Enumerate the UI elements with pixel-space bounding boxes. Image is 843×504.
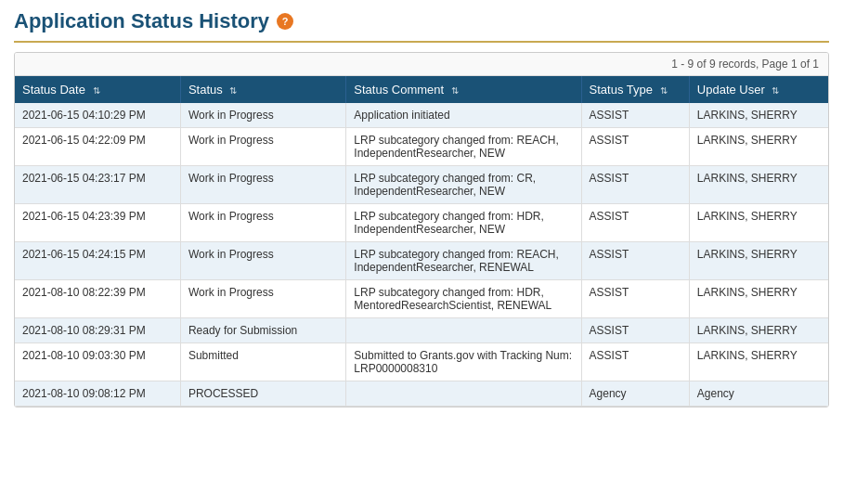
cell-comment: Submitted to Grants.gov with Tracking Nu… bbox=[346, 343, 581, 381]
status-history-table: Status Date ⇅ Status ⇅ Status Comment ⇅ … bbox=[15, 76, 828, 407]
cell-date: 2021-06-15 04:22:09 PM bbox=[15, 128, 180, 166]
cell-type: ASSIST bbox=[581, 128, 689, 166]
table-row: 2021-08-10 08:22:39 PMWork in ProgressLR… bbox=[15, 280, 828, 318]
table-container: 1 - 9 of 9 records, Page 1 of 1 Status D… bbox=[14, 52, 829, 407]
table-body: 2021-06-15 04:10:29 PMWork in ProgressAp… bbox=[15, 103, 828, 407]
cell-status: Work in Progress bbox=[180, 280, 345, 318]
cell-status: Work in Progress bbox=[180, 128, 345, 166]
col-header-type[interactable]: Status Type ⇅ bbox=[581, 76, 689, 103]
col-header-status[interactable]: Status ⇅ bbox=[180, 76, 345, 103]
cell-status: PROCESSED bbox=[180, 381, 345, 407]
table-row: 2021-08-10 09:03:30 PMSubmittedSubmitted… bbox=[15, 343, 828, 381]
table-row: 2021-06-15 04:22:09 PMWork in ProgressLR… bbox=[15, 128, 828, 166]
cell-date: 2021-08-10 08:29:31 PM bbox=[15, 318, 180, 343]
cell-date: 2021-06-15 04:23:39 PM bbox=[15, 204, 180, 242]
cell-user: LARKINS, SHERRY bbox=[689, 318, 828, 343]
cell-date: 2021-06-15 04:10:29 PM bbox=[15, 103, 180, 128]
table-row: 2021-06-15 04:23:17 PMWork in ProgressLR… bbox=[15, 166, 828, 204]
cell-user: LARKINS, SHERRY bbox=[689, 204, 828, 242]
cell-comment: LRP subcategory changed from: CR, Indepe… bbox=[346, 166, 581, 204]
cell-type: ASSIST bbox=[581, 103, 689, 128]
table-header-row: Status Date ⇅ Status ⇅ Status Comment ⇅ … bbox=[15, 76, 828, 103]
cell-status: Submitted bbox=[180, 343, 345, 381]
col-header-comment[interactable]: Status Comment ⇅ bbox=[346, 76, 581, 103]
cell-type: ASSIST bbox=[581, 242, 689, 280]
cell-user: LARKINS, SHERRY bbox=[689, 343, 828, 381]
cell-comment: LRP subcategory changed from: REACH, Ind… bbox=[346, 242, 581, 280]
cell-date: 2021-08-10 09:03:30 PM bbox=[15, 343, 180, 381]
cell-status: Work in Progress bbox=[180, 204, 345, 242]
page-header: Application Status History ? bbox=[14, 9, 829, 43]
table-row: 2021-06-15 04:24:15 PMWork in ProgressLR… bbox=[15, 242, 828, 280]
help-icon[interactable]: ? bbox=[277, 13, 293, 30]
cell-user: LARKINS, SHERRY bbox=[689, 280, 828, 318]
table-row: 2021-06-15 04:23:39 PMWork in ProgressLR… bbox=[15, 204, 828, 242]
cell-type: ASSIST bbox=[581, 166, 689, 204]
table-row: 2021-06-15 04:10:29 PMWork in ProgressAp… bbox=[15, 103, 828, 128]
cell-type: ASSIST bbox=[581, 343, 689, 381]
cell-comment: LRP subcategory changed from: REACH, Ind… bbox=[346, 128, 581, 166]
sort-icon-comment: ⇅ bbox=[451, 85, 459, 96]
cell-user: LARKINS, SHERRY bbox=[689, 103, 828, 128]
cell-comment: LRP subcategory changed from: HDR, Indep… bbox=[346, 204, 581, 242]
cell-date: 2021-08-10 08:22:39 PM bbox=[15, 280, 180, 318]
cell-user: Agency bbox=[689, 381, 828, 407]
cell-date: 2021-06-15 04:23:17 PM bbox=[15, 166, 180, 204]
cell-comment bbox=[346, 381, 581, 407]
col-header-user[interactable]: Update User ⇅ bbox=[689, 76, 828, 103]
cell-status: Work in Progress bbox=[180, 242, 345, 280]
cell-status: Work in Progress bbox=[180, 103, 345, 128]
cell-user: LARKINS, SHERRY bbox=[689, 242, 828, 280]
table-row: 2021-08-10 09:08:12 PMPROCESSEDAgencyAge… bbox=[15, 381, 828, 407]
cell-type: ASSIST bbox=[581, 280, 689, 318]
cell-date: 2021-08-10 09:08:12 PM bbox=[15, 381, 180, 407]
cell-status: Work in Progress bbox=[180, 166, 345, 204]
cell-type: Agency bbox=[581, 381, 689, 407]
cell-user: LARKINS, SHERRY bbox=[689, 166, 828, 204]
cell-type: ASSIST bbox=[581, 318, 689, 343]
page-title: Application Status History bbox=[14, 9, 269, 33]
sort-icon-user: ⇅ bbox=[772, 85, 779, 96]
cell-comment: LRP subcategory changed from: HDR, Mento… bbox=[346, 280, 581, 318]
cell-comment bbox=[346, 318, 581, 343]
sort-icon-date: ⇅ bbox=[93, 85, 100, 96]
col-header-date[interactable]: Status Date ⇅ bbox=[15, 76, 180, 103]
sort-icon-type: ⇅ bbox=[660, 85, 668, 96]
table-row: 2021-08-10 08:29:31 PMReady for Submissi… bbox=[15, 318, 828, 343]
cell-user: LARKINS, SHERRY bbox=[689, 128, 828, 166]
records-info: 1 - 9 of 9 records, Page 1 of 1 bbox=[15, 53, 828, 76]
cell-date: 2021-06-15 04:24:15 PM bbox=[15, 242, 180, 280]
cell-status: Ready for Submission bbox=[180, 318, 345, 343]
cell-comment: Application initiated bbox=[346, 103, 581, 128]
sort-icon-status: ⇅ bbox=[229, 85, 237, 96]
cell-type: ASSIST bbox=[581, 204, 689, 242]
